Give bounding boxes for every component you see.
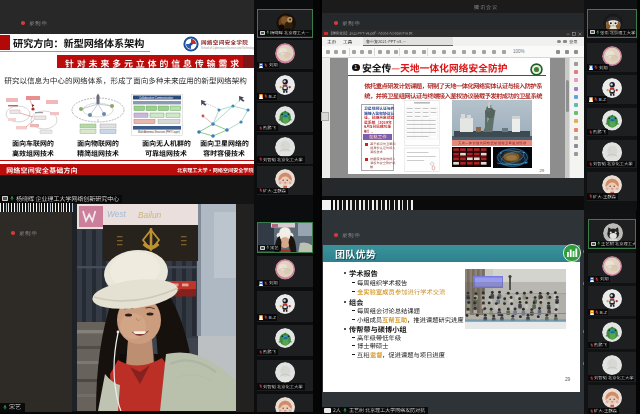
- svg-text:Multi Antenna Structure (PHY L: Multi Antenna Structure (PHY Layer): [138, 130, 180, 134]
- svg-text:West: West: [107, 209, 127, 219]
- svg-text:Bailun: Bailun: [138, 210, 162, 220]
- svg-text:Collaborative Communication: Collaborative Communication: [139, 96, 173, 100]
